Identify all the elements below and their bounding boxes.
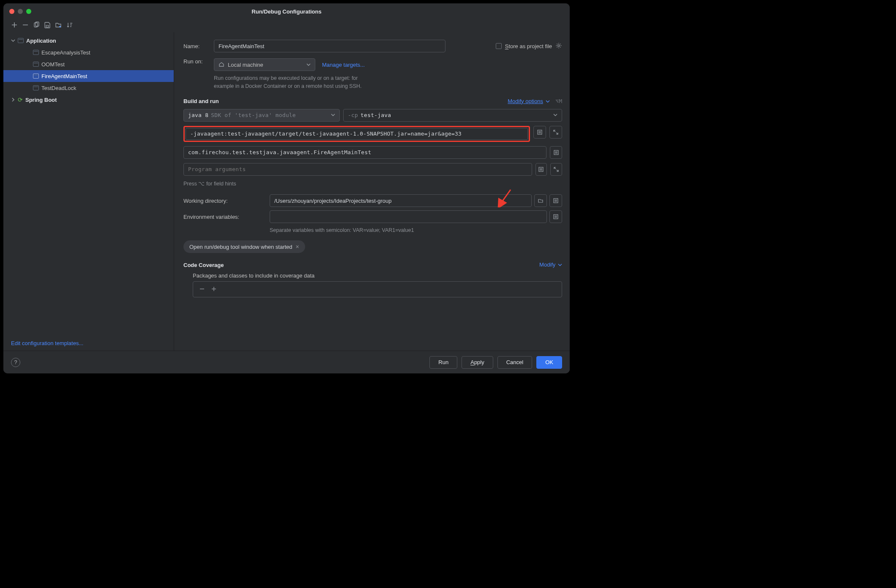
tree-group-springboot[interactable]: ⟳ Spring Boot [3, 94, 174, 106]
svg-rect-2 [46, 25, 49, 27]
dialog-body: Application EscapeAnalysisTest OOMTest F… [3, 32, 570, 351]
env-vars-label: Environment variables: [183, 214, 266, 220]
program-args-input[interactable] [183, 163, 532, 176]
store-label: Store as project file [505, 43, 552, 49]
expand-editor-icon[interactable] [549, 126, 562, 139]
run-config-icon [33, 85, 39, 90]
run-config-icon [33, 74, 39, 79]
sdk-value: java 8 [188, 112, 208, 118]
chevron-down-icon [331, 112, 335, 118]
application-type-icon [18, 38, 24, 43]
tree-item-testdeadlock[interactable]: TestDeadLock [3, 82, 174, 94]
toolbar [3, 19, 570, 32]
sdk-select[interactable]: java 8 SDK of 'test-java' module [183, 109, 340, 122]
apply-button[interactable]: Apply [462, 356, 493, 369]
sdk-hint: SDK of 'test-java' module [211, 112, 296, 118]
dialog-footer: ? Run Apply Cancel OK [3, 351, 570, 373]
home-icon [219, 61, 224, 68]
main-panel: Name: Store as project file Run on: [174, 32, 570, 351]
name-input[interactable] [214, 40, 445, 52]
titlebar: Run/Debug Configurations [3, 3, 570, 19]
dialog-window: Run/Debug Configurations Appl [3, 3, 570, 373]
save-config-icon[interactable] [44, 22, 51, 28]
expand-list-icon[interactable] [535, 163, 547, 176]
expand-list-icon[interactable] [550, 146, 562, 159]
main-class-input[interactable] [183, 146, 546, 159]
cp-value: test-java [361, 112, 391, 118]
close-icon[interactable]: × [296, 243, 299, 250]
chip-label: Open run/debug tool window when started [189, 244, 292, 250]
zoom-window-icon[interactable] [26, 9, 31, 14]
sidebar: Application EscapeAnalysisTest OOMTest F… [3, 32, 174, 351]
run-config-icon [33, 62, 39, 67]
vm-options-input[interactable] [186, 128, 528, 140]
store-checkbox[interactable] [496, 43, 502, 49]
traffic-lights [3, 9, 31, 14]
ok-button[interactable]: OK [536, 356, 562, 369]
copy-config-icon[interactable] [33, 22, 40, 28]
chevron-down-icon [546, 98, 550, 105]
tree-group-label: Spring Boot [25, 97, 57, 103]
classpath-select[interactable]: -cp test-java [343, 109, 562, 122]
expand-list-icon[interactable] [533, 126, 546, 139]
close-window-icon[interactable] [9, 9, 14, 14]
chevron-down-icon [306, 62, 311, 68]
add-config-icon[interactable] [11, 22, 18, 28]
run-button[interactable]: Run [429, 356, 457, 369]
remove-item-icon[interactable] [199, 286, 205, 293]
chevron-down-icon [553, 112, 557, 118]
chevron-down-icon [11, 38, 15, 43]
option-chip: Open run/debug tool window when started … [183, 240, 305, 253]
config-tree: Application EscapeAnalysisTest OOMTest F… [3, 35, 174, 336]
dialog-title: Run/Debug Configurations [3, 8, 570, 15]
tree-item-label: OOMTest [41, 61, 65, 68]
name-label: Name: [183, 43, 214, 49]
svg-point-3 [558, 44, 560, 46]
tree-item-escapeanalysistest[interactable]: EscapeAnalysisTest [3, 46, 174, 58]
tree-item-label: TestDeadLock [41, 85, 76, 91]
runon-value: Local machine [228, 62, 263, 68]
spring-boot-icon: ⟳ [18, 96, 23, 103]
add-item-icon[interactable] [211, 286, 217, 293]
chevron-down-icon [558, 262, 562, 268]
working-dir-label: Working directory: [183, 198, 266, 204]
run-config-icon [33, 50, 39, 55]
modify-shortcut: ⌥M [555, 98, 562, 104]
expand-list-icon[interactable] [549, 194, 562, 207]
runon-select[interactable]: Local machine [214, 58, 315, 71]
expand-list-icon[interactable] [549, 210, 562, 223]
tree-group-label: Application [26, 38, 56, 44]
sort-config-icon[interactable] [66, 22, 73, 28]
build-run-title: Build and run [183, 98, 219, 104]
coverage-subtitle: Packages and classes to include in cover… [193, 272, 562, 279]
coverage-list [193, 281, 562, 297]
runon-label: Run on: [183, 58, 214, 65]
chevron-right-icon [11, 98, 15, 102]
field-hints-text: Press ⌥ for field hints [183, 180, 562, 188]
tree-item-label: FireAgentMainTest [41, 73, 87, 79]
tree-item-oomtest[interactable]: OOMTest [3, 58, 174, 70]
folder-config-icon[interactable] [55, 22, 62, 28]
browse-folder-icon[interactable] [534, 194, 547, 207]
cancel-button[interactable]: Cancel [497, 356, 532, 369]
tree-group-application[interactable]: Application [3, 35, 174, 46]
working-dir-input[interactable] [270, 194, 532, 207]
tree-item-label: EscapeAnalysisTest [41, 49, 90, 56]
remove-config-icon[interactable] [22, 22, 29, 28]
help-icon[interactable]: ? [11, 358, 20, 367]
modify-options-link[interactable]: Modify options [508, 98, 543, 104]
edit-templates-link[interactable]: Edit configuration templates... [11, 340, 83, 346]
cp-flag: -cp [348, 112, 358, 118]
runon-hint: Run configurations may be executed local… [214, 74, 365, 90]
sidebar-footer: Edit configuration templates... [3, 336, 174, 351]
coverage-title: Code Coverage [183, 262, 224, 268]
minimize-window-icon[interactable] [18, 9, 23, 14]
tree-item-fireagentmaintest[interactable]: FireAgentMainTest [3, 70, 174, 82]
gear-icon[interactable] [555, 42, 562, 50]
env-hint: Separate variables with semicolon: VAR=v… [270, 226, 562, 234]
manage-targets-link[interactable]: Manage targets... [322, 62, 365, 68]
env-vars-input[interactable] [270, 210, 547, 223]
vm-options-highlight [183, 126, 530, 142]
expand-editor-icon[interactable] [550, 163, 562, 176]
coverage-modify-link[interactable]: Modify [539, 261, 555, 268]
